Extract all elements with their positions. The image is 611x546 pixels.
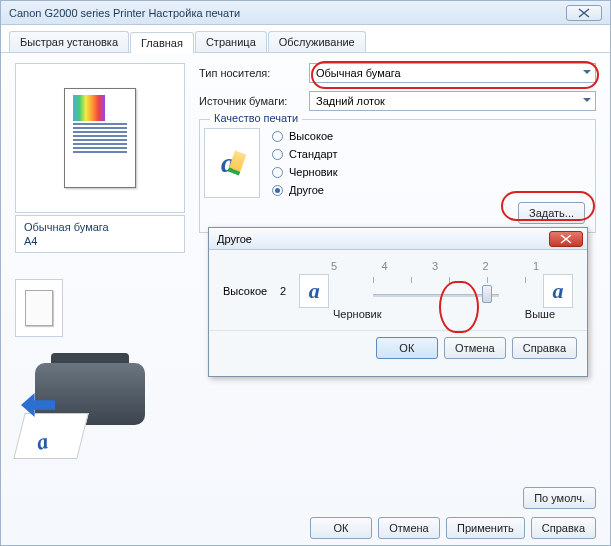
modal-title: Другое — [217, 233, 252, 245]
rainbow-icon — [73, 95, 105, 121]
ok-button[interactable]: ОК — [310, 517, 372, 539]
left-column: Обычная бумага A4 a — [15, 63, 185, 463]
small-preview-slot — [15, 279, 63, 337]
low-quality-preview: a — [299, 274, 329, 308]
defaults-button[interactable]: По умолч. — [523, 487, 596, 509]
window-title: Canon G2000 series Printer Настройка печ… — [9, 7, 240, 19]
preview-frame — [15, 63, 185, 213]
titlebar: Canon G2000 series Printer Настройка печ… — [1, 1, 610, 25]
source-label: Источник бумаги: — [199, 95, 299, 107]
media-type-label: Тип носителя: — [199, 67, 299, 79]
slider-left-value: 2 — [277, 285, 289, 297]
quality-radio-other[interactable]: Другое — [272, 184, 585, 196]
cancel-button[interactable]: Отмена — [378, 517, 440, 539]
source-select[interactable]: Задний лоток — [309, 91, 596, 111]
right-column: Тип носителя: Обычная бумага Источник бу… — [199, 63, 596, 463]
modal-cancel-button[interactable]: Отмена — [444, 337, 506, 359]
info-media: Обычная бумага — [24, 220, 176, 234]
close-icon — [578, 8, 590, 18]
close-button[interactable] — [566, 5, 602, 21]
set-button[interactable]: Задать... — [518, 202, 585, 224]
help-button[interactable]: Справка — [531, 517, 596, 539]
quality-radio-standard[interactable]: Стандарт — [272, 148, 585, 160]
other-quality-modal: Другое 5 4 3 2 1 Высокое 2 — [208, 227, 588, 377]
content-area: Обычная бумага A4 a Тип носителя: Обычна… — [1, 53, 610, 463]
print-settings-window: Canon G2000 series Printer Настройка печ… — [0, 0, 611, 546]
slider-thumb[interactable] — [482, 285, 492, 303]
quality-legend: Качество печати — [210, 112, 302, 124]
high-quality-preview: a — [543, 274, 573, 308]
quality-slider[interactable] — [339, 277, 533, 305]
dialog-footer: ОК Отмена Применить Справка — [1, 517, 610, 539]
tab-quick-setup[interactable]: Быстрая установка — [9, 31, 129, 52]
page-preview — [64, 88, 136, 188]
tabstrip: Быстрая установка Главная Страница Обслу… — [1, 25, 610, 53]
quality-fieldset: Качество печати a Высокое Стандарт Черно… — [199, 119, 596, 233]
small-page-icon — [25, 290, 53, 326]
printer-illustration: a — [15, 353, 165, 463]
close-icon — [560, 234, 572, 244]
modal-ok-button[interactable]: ОК — [376, 337, 438, 359]
modal-close-button[interactable] — [549, 231, 583, 247]
modal-help-button[interactable]: Справка — [512, 337, 577, 359]
media-info: Обычная бумага A4 — [15, 215, 185, 253]
tab-main[interactable]: Главная — [130, 32, 194, 53]
tab-page[interactable]: Страница — [195, 31, 267, 52]
media-type-select[interactable]: Обычная бумага — [309, 63, 596, 83]
slider-high-label: Выше — [525, 308, 555, 320]
tab-maintenance[interactable]: Обслуживание — [268, 31, 366, 52]
quality-radio-draft[interactable]: Черновик — [272, 166, 585, 178]
quality-radio-high[interactable]: Высокое — [272, 130, 585, 142]
info-size: A4 — [24, 234, 176, 248]
slider-left-label: Высокое — [223, 285, 267, 297]
apply-button[interactable]: Применить — [446, 517, 525, 539]
quality-preview: a — [204, 128, 260, 198]
slider-low-label: Черновик — [333, 308, 382, 320]
